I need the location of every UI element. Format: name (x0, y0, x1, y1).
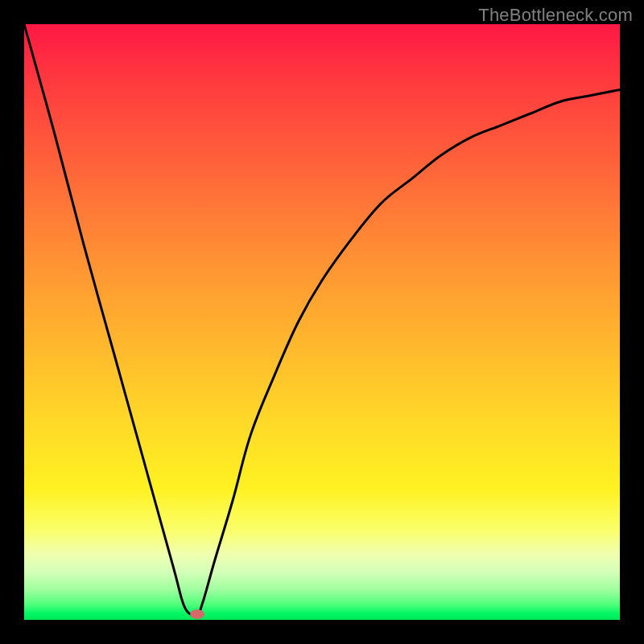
min-marker (190, 609, 204, 619)
curve-layer (24, 24, 620, 620)
plot-area (24, 24, 620, 620)
chart-frame: TheBottleneck.com (0, 0, 644, 644)
watermark-text: TheBottleneck.com (478, 5, 633, 26)
bottleneck-curve (24, 24, 620, 615)
